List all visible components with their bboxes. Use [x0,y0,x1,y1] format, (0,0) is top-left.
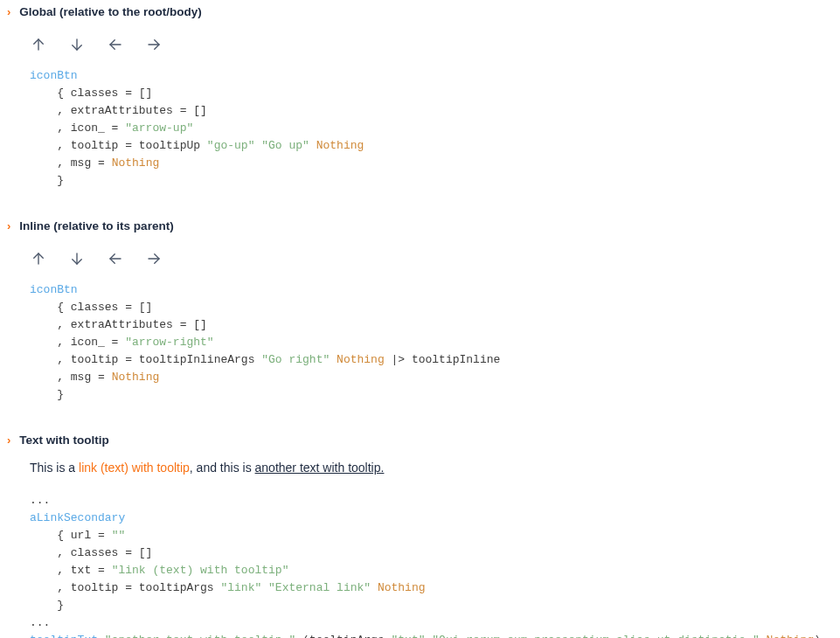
code-str: "Go up" [261,139,309,152]
chevron-right-icon: › [7,6,10,17]
code-line: { url = [30,529,112,542]
code-kw: Nothing [316,139,364,152]
code-str: "arrow-right" [125,336,213,349]
arrow-left-icon[interactable] [107,250,124,267]
code-str: "Go right" [261,353,330,366]
arrow-down-icon[interactable] [68,36,86,53]
code-str: "Qui rerum eum praesentium alias ut dist… [432,634,759,638]
arrow-left-icon[interactable] [107,36,124,53]
code-block: ... aLinkSecondary { url = "" , classes … [3,492,837,638]
tooltip-text[interactable]: another text with tooltip. [255,461,385,475]
code-line: , txt = [30,564,112,577]
code-str: "link (text) with tooltip" [112,564,289,577]
code-line: } [30,388,64,401]
code-line: { classes = [] [30,87,152,100]
code-line: , extraAttributes = [] [30,318,207,331]
code-fn: aLinkSecondary [30,511,125,524]
code-str: "arrow-up" [125,121,193,135]
code-block: iconBtn { classes = [] , extraAttributes… [3,281,837,404]
code-str: "" [112,529,126,542]
code-fn: iconBtn [30,283,78,296]
code-kw: Nothing [337,353,385,366]
code-line: ... [30,494,50,507]
code-str: "go-up" [207,139,255,152]
section-title: Inline (relative to its parent) [19,219,173,232]
code-line: , tooltip = tooltipInlineArgs [30,353,261,366]
icon-row [3,238,837,281]
icon-row [3,24,837,67]
code-line: , tooltip = tooltipUp [30,139,207,152]
section-header[interactable]: › Global (relative to the root/body) [3,0,837,24]
section-title: Text with tooltip [19,433,108,447]
code-line: { classes = [] [30,301,152,314]
arrow-right-icon[interactable] [145,36,163,53]
section-header[interactable]: › Text with tooltip [3,428,837,452]
chevron-right-icon: › [7,434,10,446]
arrow-down-icon[interactable] [68,250,86,267]
section-inline: › Inline (relative to its parent) iconBt… [0,214,840,428]
chevron-right-icon: › [7,220,10,232]
code-kw: Nothing [112,371,160,384]
code-line: , tooltip = tooltipArgs [30,581,220,594]
code-line: , icon_ = [30,121,125,135]
code-block: iconBtn { classes = [] , extraAttributes… [3,67,837,190]
code-line: , extraAttributes = [] [30,104,207,117]
code-line: , icon_ = [30,336,125,349]
arrow-up-icon[interactable] [30,250,47,267]
section-global: › Global (relative to the root/body) ico… [0,0,840,214]
arrow-right-icon[interactable] [145,250,163,267]
section-text-tooltip: › Text with tooltip This is a link (text… [0,428,840,638]
code-line: } [30,174,64,187]
text-fragment: , and this is [190,461,255,475]
code-str: "another text with tooltip." [105,634,295,638]
section-header[interactable]: › Inline (relative to its parent) [3,214,837,238]
code-line: ... [30,616,50,629]
code-kw: Nothing [378,581,426,594]
code-kw: Nothing [767,634,815,638]
code-str: "txt" [391,634,425,638]
section-title: Global (relative to the root/body) [19,5,202,18]
code-line: , classes = [] [30,546,152,559]
code-line: , msg = [30,371,112,384]
code-line: , msg = [30,156,112,170]
code-kw: Nothing [112,156,160,170]
example-link[interactable]: link (text) with tooltip [79,461,190,475]
code-fn: iconBtn [30,69,78,82]
code-line: } [30,599,64,612]
text-fragment: This is a [30,461,79,475]
example-text: This is a link (text) with tooltip, and … [3,452,837,492]
arrow-up-icon[interactable] [30,36,47,53]
code-fn: tooltipTxt [30,634,98,638]
code-str: "External link" [268,581,371,594]
code-str: "link" [220,581,261,594]
